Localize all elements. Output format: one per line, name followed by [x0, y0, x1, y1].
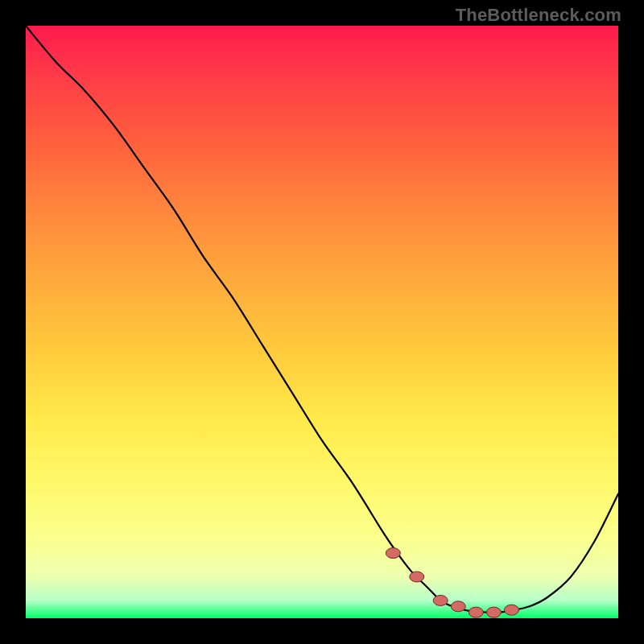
- bottleneck-curve: [26, 26, 618, 613]
- chart-frame: TheBottleneck.com: [0, 0, 644, 644]
- watermark-label: TheBottleneck.com: [456, 5, 621, 26]
- optimal-marker: [451, 601, 465, 612]
- curve-svg: [26, 26, 618, 618]
- optimal-marker: [386, 548, 400, 559]
- optimal-marker: [433, 595, 448, 605]
- optimal-zone-markers: [386, 548, 518, 618]
- optimal-marker: [410, 572, 424, 582]
- optimal-marker: [486, 607, 501, 617]
- plot-area: [26, 26, 618, 618]
- optimal-marker: [505, 605, 519, 615]
- optimal-marker: [469, 607, 483, 617]
